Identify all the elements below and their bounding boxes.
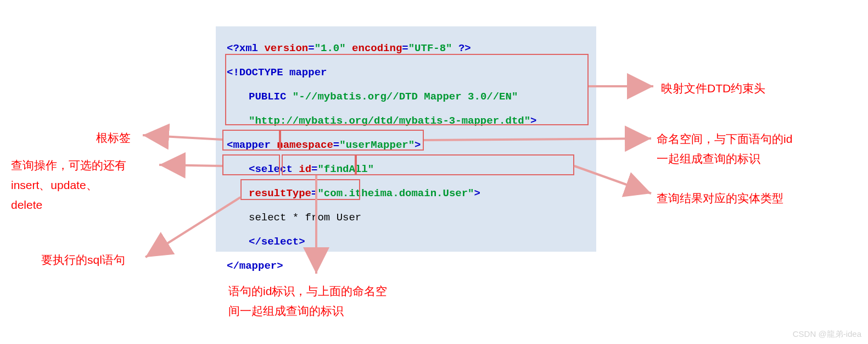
t: =	[308, 42, 314, 54]
t: insert、update、	[11, 179, 98, 191]
t: "userMapper"	[339, 139, 415, 151]
arrow-select	[159, 165, 222, 166]
t: version	[258, 42, 308, 54]
t: >	[474, 187, 480, 199]
t: <?	[227, 42, 239, 54]
watermark: CSDN @龍弟-idea	[793, 329, 861, 340]
t: "http://mybatis.org/dtd/mybatis-3-mapper…	[249, 115, 530, 127]
t: <!	[227, 66, 239, 79]
t: select * from User	[249, 212, 361, 224]
t: >	[277, 260, 283, 272]
annotation-query-op: 查询操作，可选的还有 insert、update、 delete	[11, 156, 126, 215]
t: mapper	[283, 66, 327, 79]
code-line-2: <!DOCTYPE mapper	[227, 60, 585, 85]
t: </	[227, 260, 239, 272]
t: mapper	[233, 139, 270, 151]
annotation-sql-stmt: 要执行的sql语句	[41, 250, 125, 270]
t: 命名空间，与下面语句的id	[657, 132, 792, 145]
annotation-result-type: 查询结果对应的实体类型	[657, 188, 783, 208]
t: 一起组成查询的标识	[657, 152, 760, 165]
t: =	[311, 187, 317, 199]
t: =	[333, 139, 339, 151]
t: </	[249, 236, 261, 248]
arrow-root-tag	[143, 135, 222, 140]
code-line-1: <?xml version="1.0" encoding="UTF-8" ?>	[227, 36, 585, 60]
t: "-//mybatis.org//DTD Mapper 3.0//EN"	[286, 91, 518, 103]
code-line-8: </select>	[227, 230, 585, 254]
t: >	[415, 139, 421, 151]
t: =	[402, 42, 408, 54]
t: <	[227, 139, 233, 151]
t: >	[530, 115, 536, 127]
code-line-3: PUBLIC "-//mybatis.org//DTD Mapper 3.0//…	[227, 85, 585, 109]
t: 间一起组成查询的标识	[228, 304, 344, 317]
annotation-stmt-id: 语句的id标识，与上面的命名空 间一起组成查询的标识	[228, 281, 387, 321]
annotation-root-tag: 根标签	[96, 128, 131, 148]
t: select	[261, 236, 299, 248]
t: "UTF-8"	[408, 42, 452, 54]
t: resultType	[249, 187, 311, 199]
t: ?>	[452, 42, 471, 54]
t: "com.itheima.domain.User"	[317, 187, 474, 199]
code-panel: <?xml version="1.0" encoding="UTF-8" ?> …	[216, 26, 596, 252]
annotation-dtd: 映射文件DTD约束头	[661, 79, 765, 98]
t: namespace	[271, 139, 333, 151]
t: "1.0"	[315, 42, 346, 54]
t: DOCTYPE	[239, 66, 283, 79]
t: encoding	[346, 42, 402, 54]
t: select	[255, 163, 292, 175]
code-line-5: <mapper namespace="userMapper">	[227, 133, 585, 157]
t: xml	[239, 42, 258, 54]
code-line-4: "http://mybatis.org/dtd/mybatis-3-mapper…	[227, 109, 585, 133]
t: mapper	[239, 260, 277, 272]
t: id	[293, 163, 311, 175]
t: =	[311, 163, 317, 175]
t: >	[299, 236, 305, 248]
code-line-9: </mapper>	[227, 254, 585, 278]
code-line-6: <select id="findAll" resultType="com.ith…	[227, 157, 585, 206]
t: <	[249, 163, 255, 175]
t: 语句的id标识，与上面的命名空	[228, 285, 387, 297]
t: 查询操作，可选的还有	[11, 159, 126, 171]
annotation-namespace: 命名空间，与下面语句的id 一起组成查询的标识	[657, 129, 792, 169]
t: PUBLIC	[249, 91, 286, 103]
t: "findAll"	[317, 163, 374, 175]
t: delete	[11, 198, 42, 211]
code-line-7: select * from User	[227, 206, 585, 230]
